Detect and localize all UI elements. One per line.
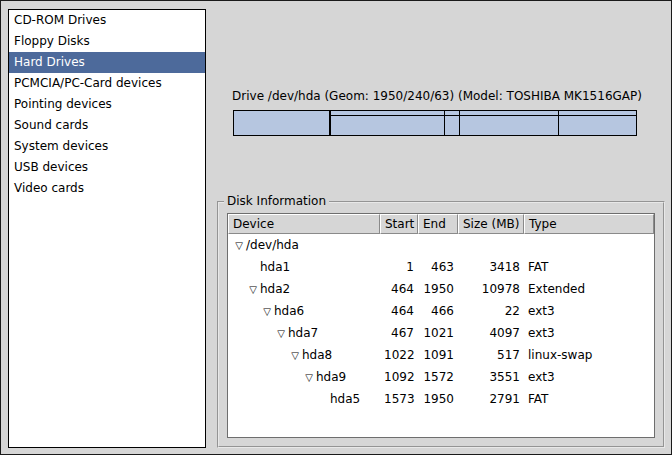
cell-type: FAT [524, 388, 654, 410]
cell-size: 22 [458, 300, 524, 322]
device-label: hda5 [330, 392, 360, 406]
cell-end: 466 [418, 300, 458, 322]
cell-type: ext3 [524, 322, 654, 344]
cell-start: 1 [380, 256, 418, 278]
table-row-hda5[interactable]: hda5 1573 1950 2791 FAT [228, 388, 654, 410]
device-label: hda9 [316, 370, 346, 384]
cell-end: 1572 [418, 366, 458, 388]
cell-type: FAT [524, 256, 654, 278]
table-row-dev-hda[interactable]: ▽/dev/hda [228, 234, 654, 256]
cell-start: 1092 [380, 366, 418, 388]
drive-title: Drive /dev/hda (Geom: 1950/240/63) (Mode… [217, 89, 657, 103]
cell-device: ▽hda2 [228, 278, 380, 300]
cell-device: ▽hda9 [228, 366, 380, 388]
disk-table-body: ▽/dev/hda hda1 1 463 3418 FAT ▽hda2 464 [228, 234, 654, 437]
cell-device: hda5 [228, 388, 380, 410]
partition-bar [233, 110, 637, 136]
cell-type: linux-swap [524, 344, 654, 366]
cell-type: ext3 [524, 366, 654, 388]
cell-type: ext3 [524, 300, 654, 322]
cell-end: 1950 [418, 388, 458, 410]
table-row-hda8[interactable]: ▽hda8 1022 1091 517 linux-swap [228, 344, 654, 366]
cell-device: hda1 [228, 256, 380, 278]
cell-size: 10978 [458, 278, 524, 300]
cell-size: 3551 [458, 366, 524, 388]
cell-device: ▽hda8 [228, 344, 380, 366]
cell-start: 467 [380, 322, 418, 344]
expander-icon[interactable]: ▽ [302, 367, 316, 389]
sidebar-item-cd-rom-drives[interactable]: CD-ROM Drives [9, 10, 205, 31]
table-row-hda6[interactable]: ▽hda6 464 466 22 ext3 [228, 300, 654, 322]
expander-icon[interactable]: ▽ [232, 235, 246, 257]
column-header-device[interactable]: Device [228, 214, 380, 234]
device-label: hda7 [288, 326, 318, 340]
cell-size [458, 234, 524, 256]
expander-icon[interactable]: ▽ [274, 323, 288, 345]
table-row-hda1[interactable]: hda1 1 463 3418 FAT [228, 256, 654, 278]
disk-table: Device Start End Size (MB) Type ▽/dev/hd… [227, 213, 655, 438]
cell-end: 1091 [418, 344, 458, 366]
cell-end [418, 234, 458, 256]
column-header-type[interactable]: Type [524, 214, 654, 234]
cell-end: 1021 [418, 322, 458, 344]
sidebar-item-pcmcia-pc-card-devices[interactable]: PCMCIA/PC-Card devices [9, 73, 205, 94]
sidebar-item-system-devices[interactable]: System devices [9, 136, 205, 157]
device-label: hda1 [260, 260, 290, 274]
cell-size: 2791 [458, 388, 524, 410]
cell-start: 464 [380, 300, 418, 322]
table-row-hda9[interactable]: ▽hda9 1092 1572 3551 ext3 [228, 366, 654, 388]
expander-icon[interactable]: ▽ [260, 301, 274, 323]
expander-icon[interactable]: ▽ [246, 279, 260, 301]
sidebar-item-sound-cards[interactable]: Sound cards [9, 115, 205, 136]
cell-device: ▽/dev/hda [228, 234, 380, 256]
cell-size: 3418 [458, 256, 524, 278]
cell-start: 1022 [380, 344, 418, 366]
sidebar-item-hard-drives[interactable]: Hard Drives [9, 52, 205, 73]
cell-start [380, 234, 418, 256]
hardware-browser-window: CD-ROM Drives Floppy Disks Hard Drives P… [0, 0, 672, 455]
cell-type [524, 234, 654, 256]
cell-type: Extended [524, 278, 654, 300]
column-header-end[interactable]: End [418, 214, 458, 234]
cell-device: ▽hda7 [228, 322, 380, 344]
cell-end: 463 [418, 256, 458, 278]
cell-end: 1950 [418, 278, 458, 300]
disk-table-header: Device Start End Size (MB) Type [228, 214, 654, 234]
cell-device: ▽hda6 [228, 300, 380, 322]
device-label: /dev/hda [246, 238, 299, 252]
cell-start: 464 [380, 278, 418, 300]
sidebar-item-pointing-devices[interactable]: Pointing devices [9, 94, 205, 115]
sidebar-item-usb-devices[interactable]: USB devices [9, 157, 205, 178]
disk-information-label: Disk Information [224, 194, 329, 208]
column-header-size-mb[interactable]: Size (MB) [458, 214, 524, 234]
table-row-hda7[interactable]: ▽hda7 467 1021 4097 ext3 [228, 322, 654, 344]
device-label: hda2 [260, 282, 290, 296]
column-header-start[interactable]: Start [380, 214, 418, 234]
expander-icon[interactable]: ▽ [288, 345, 302, 367]
cell-size: 4097 [458, 322, 524, 344]
cell-size: 517 [458, 344, 524, 366]
sidebar-item-video-cards[interactable]: Video cards [9, 178, 205, 199]
disk-information-frame: Disk Information Device Start End Size (… [217, 201, 665, 448]
sidebar-item-floppy-disks[interactable]: Floppy Disks [9, 31, 205, 52]
device-label: hda6 [274, 304, 304, 318]
table-row-hda2[interactable]: ▽hda2 464 1950 10978 Extended [228, 278, 654, 300]
device-category-list: CD-ROM Drives Floppy Disks Hard Drives P… [8, 9, 206, 448]
cell-start: 1573 [380, 388, 418, 410]
device-label: hda8 [302, 348, 332, 362]
